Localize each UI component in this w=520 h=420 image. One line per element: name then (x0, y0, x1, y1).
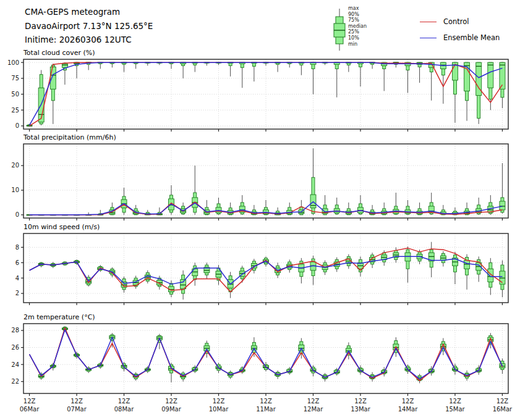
svg-text:13Mar: 13Mar (351, 406, 370, 413)
svg-text:50: 50 (11, 91, 19, 98)
svg-text:12Z: 12Z (260, 398, 272, 405)
legend-p25-label: 25% (348, 29, 367, 35)
svg-text:10: 10 (11, 187, 19, 193)
svg-text:0: 0 (15, 122, 19, 129)
svg-text:8: 8 (15, 244, 19, 251)
svg-text:12Z: 12Z (307, 398, 320, 405)
legend-mean-label: Ensemble Mean (443, 33, 500, 42)
ensemble-mean-line-swatch (420, 38, 437, 38)
panel-title-precipitation: Total precipitation (mm/6h) (23, 133, 116, 141)
legend-control-row: Control (420, 17, 500, 26)
panel-title-wind-speed: 10m wind speed (m/s) (23, 223, 100, 231)
svg-text:10Mar: 10Mar (209, 406, 229, 413)
legend-p75-label: 75% (348, 17, 367, 23)
legend-max-label: max (348, 6, 367, 12)
meteogram-chart: 02550751000102024682224262812Z06Mar12Z07… (0, 0, 520, 420)
svg-text:12Z: 12Z (497, 398, 509, 405)
svg-text:11Mar: 11Mar (256, 406, 276, 413)
svg-text:28: 28 (11, 327, 19, 334)
init-time-label: Initime: 20260306 12UTC (25, 33, 153, 47)
svg-text:12Z: 12Z (118, 398, 130, 405)
svg-text:2: 2 (15, 290, 19, 296)
line-legend: Control Ensemble Mean (420, 17, 500, 49)
svg-text:4: 4 (15, 275, 19, 282)
svg-text:06Mar: 06Mar (20, 406, 40, 413)
svg-text:12Mar: 12Mar (304, 406, 323, 413)
chart-header: CMA-GEPS meteogram DavaoAirport 7.13°N 1… (25, 5, 153, 47)
legend-mean-row: Ensemble Mean (420, 33, 500, 42)
svg-text:09Mar: 09Mar (161, 406, 181, 413)
svg-text:24: 24 (11, 361, 19, 368)
svg-text:22: 22 (11, 378, 19, 385)
svg-text:12Z: 12Z (402, 398, 414, 405)
page-title: CMA-GEPS meteogram (25, 5, 153, 19)
svg-text:08Mar: 08Mar (114, 406, 134, 413)
panel-title-temperature: 2m temperature (°C) (23, 313, 95, 321)
svg-text:15Mar: 15Mar (445, 406, 465, 413)
legend-control-label: Control (443, 17, 469, 26)
svg-text:100: 100 (7, 59, 19, 66)
svg-text:12Z: 12Z (23, 398, 36, 405)
svg-text:26: 26 (11, 344, 19, 351)
panel-title-cloud-cover: Total cloud cover (%) (23, 49, 95, 57)
legend-p90-label: 90% (348, 12, 367, 18)
legend-min-label: min (348, 41, 367, 48)
legend-p10-label: 10% (348, 35, 367, 41)
svg-text:12Z: 12Z (70, 398, 83, 405)
svg-text:14Mar: 14Mar (398, 406, 418, 413)
svg-text:12Z: 12Z (354, 398, 367, 405)
svg-text:0: 0 (15, 211, 19, 218)
svg-text:12Z: 12Z (213, 398, 225, 405)
legend-median-label: median (348, 23, 367, 30)
box-whisker-legend: max 90% 75% median 25% 10% min (348, 6, 367, 47)
svg-text:16Mar: 16Mar (493, 406, 513, 413)
svg-text:6: 6 (15, 259, 19, 266)
control-line-swatch (420, 22, 437, 22)
svg-text:25: 25 (11, 107, 19, 114)
svg-text:07Mar: 07Mar (67, 406, 87, 413)
svg-text:20: 20 (11, 162, 19, 169)
svg-text:12Z: 12Z (165, 398, 177, 405)
meteogram-page: { "header": { "title": "CMA-GEPS meteogr… (0, 0, 520, 420)
svg-text:75: 75 (11, 75, 19, 82)
station-label: DavaoAirport 7.13°N 125.65°E (25, 19, 153, 33)
svg-text:12Z: 12Z (449, 398, 461, 405)
